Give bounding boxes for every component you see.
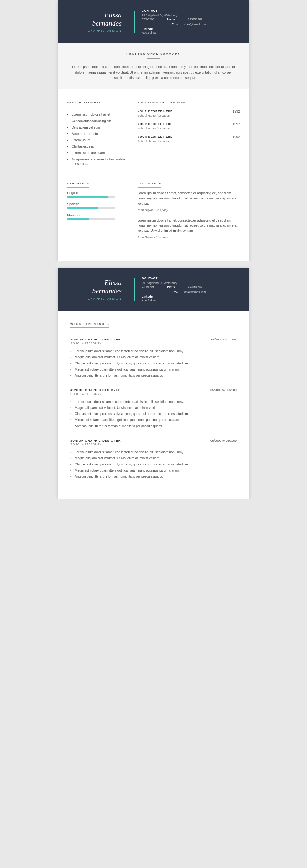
home-value-2: 123456789: [188, 285, 202, 288]
job-bullet: Lorem ipsum dolor sit amet, consectetuer…: [70, 399, 237, 405]
language-bar-fill: [67, 218, 89, 220]
person-name-2: Elissa bernandes: [67, 278, 122, 296]
page-2: Elissa bernandes GRAPHIC DESIGN CONTACT …: [58, 268, 249, 499]
job-bullet: Claritas est etiam processus dynamicus, …: [70, 411, 237, 417]
job-company: SOHO, WATERBURY: [70, 392, 237, 396]
job-dates: 05/2009 to 05/2009: [210, 388, 237, 392]
summary-text: Lorem ipsum dolor sit amet, consectetuer…: [70, 64, 237, 80]
job-dates: 05/2009 to 05/2009: [210, 439, 237, 442]
reference-text: Lorem ipsum dolor sit amet, consectetuer…: [137, 218, 240, 234]
job-bullet: Magna aliquam erat volutpat. Ut wisi eni…: [70, 455, 237, 461]
language-bar-fill: [67, 207, 98, 209]
job-bullet: Anteposuerit litterarum formas humanitat…: [70, 473, 237, 479]
edu-degree: YOUR DEGREE HERE: [137, 135, 173, 138]
linkedin-label: LinkedIn: [142, 28, 154, 31]
skills-title: SKILL HIGHLIGHTS: [67, 101, 101, 106]
summary-underline: [147, 58, 160, 59]
linkedin-label-2: LinkedIn: [142, 295, 154, 298]
job-header: JUNIOR GRAPHIC DESIGNER 05/2009 to 05/20…: [70, 388, 237, 392]
job-dates: 05/2009 to Current: [211, 338, 237, 341]
contact-section-2: CONTACT 29 Ridgeland Dr, Waterbury, CT 0…: [142, 277, 240, 302]
education-entry: YOUR DEGREE HERE 1992 School Name / Loca…: [137, 135, 240, 143]
languages-title: LANGUAGES: [67, 182, 89, 188]
work-title: WORK EXPERIENCES: [70, 322, 110, 328]
language-name: English: [67, 191, 131, 195]
job-bullet: Lorem ipsum dolor sit amet, consectetuer…: [70, 348, 237, 354]
contact-section: CONTACT 29 Ridgeland Dr, Waterbury, CT 0…: [142, 9, 240, 34]
references-title: REFERENCES: [137, 182, 161, 188]
header-2: Elissa bernandes GRAPHIC DESIGN CONTACT …: [58, 268, 249, 311]
job-bullet: Mirum est notare quam littera gothica, q…: [70, 417, 237, 423]
job-bullet: Anteposuerit litterarum formas humanitat…: [70, 372, 237, 378]
job-title: JUNIOR GRAPHIC DESIGNER: [70, 388, 121, 392]
languages-column: LANGUAGES English Spanish Mandarin: [67, 180, 131, 245]
job-bullet: Claritas est etiam processus dynamicus, …: [70, 360, 237, 366]
email-value-2: xxxa@gmail.com: [184, 290, 206, 293]
language-entry: Spanish: [67, 202, 131, 209]
skills-column: SKILL HIGHLIGHTS Lorem ipsum dolor sit a…: [67, 99, 131, 167]
languages-entries: English Spanish Mandarin: [67, 191, 131, 220]
language-entry: English: [67, 191, 131, 197]
edu-school: School Name / Location: [137, 140, 240, 143]
job-header: JUNIOR GRAPHIC DESIGNER 05/2009 to Curre…: [70, 338, 237, 341]
page-1: Elissa bernandes GRAPHIC DESIGN CONTACT …: [58, 0, 249, 261]
references-column: REFERENCES Lorem ipsum dolor sit amet, c…: [137, 180, 240, 245]
language-name: Spanish: [67, 202, 131, 206]
language-name: Mandarin: [67, 213, 131, 217]
language-entry: Mandarin: [67, 213, 131, 220]
language-bar-bg: [67, 207, 115, 209]
edu-year: 1992: [233, 122, 240, 126]
person-title-2: GRAPHIC DESIGN: [67, 297, 122, 300]
name-section: Elissa bernandes GRAPHIC DESIGN: [67, 11, 128, 33]
reference-text: Lorem ipsum dolor sit amet, consectetuer…: [137, 191, 240, 206]
person-title: GRAPHIC DESIGN: [67, 29, 122, 32]
edu-year: 1992: [233, 110, 240, 113]
edu-header: YOUR DEGREE HERE 1992: [137, 122, 240, 126]
linkedin-value: xxxaSalma: [142, 31, 156, 34]
education-title: EDUCATION AND TRAINING: [137, 101, 186, 106]
header-divider: [134, 10, 135, 33]
job-title: JUNIOR GRAPHIC DESIGNER: [70, 439, 121, 442]
language-bar-bg: [67, 196, 115, 197]
reference-name: John Mayor - Company: [137, 208, 240, 212]
job-title: JUNIOR GRAPHIC DESIGNER: [70, 338, 121, 341]
skill-item: Lorem ipsum dolor sit amet: [67, 112, 131, 118]
skill-item: Accumsan et iusto: [67, 131, 131, 137]
edu-header: YOUR DEGREE HERE 1992: [137, 135, 240, 139]
work-entries: JUNIOR GRAPHIC DESIGNER 05/2009 to Curre…: [70, 338, 237, 479]
name-section-2: Elissa bernandes GRAPHIC DESIGN: [67, 278, 128, 300]
address-line1: 29 Ridgeland Dr, Waterbury,: [142, 14, 240, 17]
work-section: WORK EXPERIENCES JUNIOR GRAPHIC DESIGNER…: [58, 311, 249, 499]
address-line2: CT 06708: [142, 18, 154, 21]
email-label: Email: [172, 23, 179, 26]
languages-references-section: LANGUAGES English Spanish Mandarin REFER…: [58, 174, 249, 252]
job-entry: JUNIOR GRAPHIC DESIGNER 05/2009 to Curre…: [70, 338, 237, 378]
job-bullets-list: Lorem ipsum dolor sit amet, consectetuer…: [70, 449, 237, 479]
job-entry: JUNIOR GRAPHIC DESIGNER 05/2009 to 05/20…: [70, 388, 237, 429]
job-company: SOHO, WATERBURY: [70, 443, 237, 446]
contact-label-2: CONTACT: [142, 277, 240, 280]
page-gap-1: [0, 261, 307, 268]
skill-item: Lorem ipsum: [67, 137, 131, 144]
job-bullet: Magna aliquam erat volutpat. Ut wisi eni…: [70, 354, 237, 360]
edu-header: YOUR DEGREE HERE 1992: [137, 110, 240, 113]
contact-label: CONTACT: [142, 9, 240, 12]
edu-year: 1992: [233, 135, 240, 139]
job-bullets-list: Lorem ipsum dolor sit amet, consectetuer…: [70, 348, 237, 378]
reference-entry: Lorem ipsum dolor sit amet, consectetuer…: [137, 218, 240, 239]
job-bullet: Claritas est etiam processus dynamicus, …: [70, 461, 237, 467]
reference-name: John Mayor - Company: [137, 235, 240, 239]
home-label: Home: [167, 18, 175, 21]
skill-item: Lorem est notare quam: [67, 150, 131, 156]
job-bullet: Magna aliquam erat volutpat. Ut wisi eni…: [70, 405, 237, 411]
home-label-2: Home: [167, 285, 175, 288]
references-entries: Lorem ipsum dolor sit amet, consectetuer…: [137, 191, 240, 239]
job-bullets-list: Lorem ipsum dolor sit amet, consectetuer…: [70, 399, 237, 429]
summary-title: PROFESSIONAL SUMMARY: [70, 52, 237, 55]
skill-item: Anteposuerit litterarum for humanitatis …: [67, 156, 131, 167]
address-line1-2: 29 Ridgeland Dr, Waterbury,: [142, 281, 240, 284]
education-entry: YOUR DEGREE HERE 1992 School Name / Loca…: [137, 110, 240, 117]
page-bottom-spacer: [58, 252, 249, 261]
education-column: EDUCATION AND TRAINING YOUR DEGREE HERE …: [137, 99, 240, 167]
header-divider-2: [134, 278, 135, 301]
